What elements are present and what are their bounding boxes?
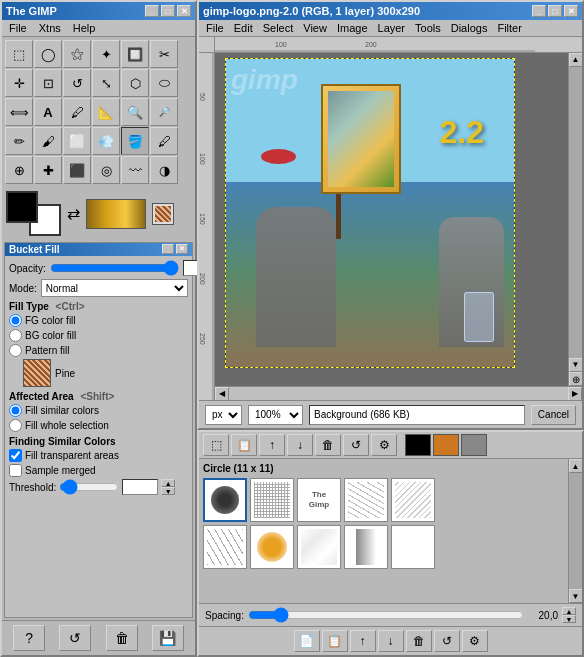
- tool-perspective-clone[interactable]: ⬛: [63, 156, 91, 184]
- hscroll-right[interactable]: ▶: [568, 387, 582, 401]
- brush-2[interactable]: [250, 478, 294, 522]
- threshold-up[interactable]: ▲: [161, 479, 175, 487]
- brush-7[interactable]: [250, 525, 294, 569]
- brush-tool-refresh[interactable]: ↺: [343, 434, 369, 456]
- tool-fuzzy-select[interactable]: ✦: [92, 40, 120, 68]
- brush-tool-4[interactable]: ↓: [287, 434, 313, 456]
- menu-xtns[interactable]: Xtns: [36, 21, 64, 35]
- tool-pencil[interactable]: ✏: [5, 127, 33, 155]
- maximize-button[interactable]: □: [161, 5, 175, 17]
- cancel-button[interactable]: Cancel: [531, 405, 576, 425]
- image-canvas[interactable]: gimp 2.2: [215, 53, 568, 386]
- help-button[interactable]: ?: [13, 625, 45, 651]
- scroll-down-button[interactable]: ▼: [569, 358, 583, 372]
- tool-by-color[interactable]: 🔲: [121, 40, 149, 68]
- brush-6[interactable]: [203, 525, 247, 569]
- fill-whole-radio[interactable]: [9, 419, 22, 432]
- tool-eraser[interactable]: ⬜: [63, 127, 91, 155]
- menu-help[interactable]: Help: [70, 21, 99, 35]
- brush-tool-3[interactable]: ↑: [259, 434, 285, 456]
- image-close[interactable]: ✕: [564, 5, 578, 17]
- tool-shear[interactable]: ⬡: [121, 69, 149, 97]
- close-button[interactable]: ✕: [177, 5, 191, 17]
- fg-color-radio[interactable]: [9, 314, 22, 327]
- tool-text[interactable]: A: [34, 98, 62, 126]
- tool-perspective[interactable]: ⬭: [150, 69, 178, 97]
- tool-fill[interactable]: 🪣: [121, 127, 149, 155]
- brush-new-btn[interactable]: 📄: [294, 630, 320, 652]
- panel-close[interactable]: ✕: [176, 244, 188, 254]
- spacing-down[interactable]: ▼: [562, 615, 576, 623]
- panel-minimize[interactable]: _: [162, 244, 174, 254]
- img-menu-select[interactable]: Select: [260, 21, 297, 35]
- threshold-down[interactable]: ▼: [161, 487, 175, 495]
- img-menu-dialogs[interactable]: Dialogs: [448, 21, 491, 35]
- image-maximize[interactable]: □: [548, 5, 562, 17]
- brushes-scroll-track[interactable]: [569, 473, 582, 589]
- brush-up-btn[interactable]: ↑: [350, 630, 376, 652]
- threshold-slider[interactable]: [59, 480, 119, 494]
- img-menu-file[interactable]: File: [203, 21, 227, 35]
- brush-refresh-btn[interactable]: ↺: [434, 630, 460, 652]
- save-button[interactable]: 💾: [152, 625, 184, 651]
- tool-ink[interactable]: 🖊: [150, 127, 178, 155]
- brushes-scroll-up[interactable]: ▲: [569, 459, 583, 473]
- brush-down-btn[interactable]: ↓: [378, 630, 404, 652]
- mode-select[interactable]: Normal: [41, 279, 188, 297]
- reset-button[interactable]: ↺: [59, 625, 91, 651]
- tool-paintbrush[interactable]: 🖌: [34, 127, 62, 155]
- img-menu-image[interactable]: Image: [334, 21, 371, 35]
- tool-scissors[interactable]: ✂: [150, 40, 178, 68]
- brush-tool-delete[interactable]: 🗑: [315, 434, 341, 456]
- tool-scale[interactable]: ⤡: [92, 69, 120, 97]
- spacing-slider[interactable]: [248, 608, 524, 622]
- brush-9[interactable]: [344, 525, 388, 569]
- tool-smudge[interactable]: 〰: [121, 156, 149, 184]
- menu-file[interactable]: File: [6, 21, 30, 35]
- brush-8[interactable]: [297, 525, 341, 569]
- tool-color-picker[interactable]: 🖊: [63, 98, 91, 126]
- spacing-up[interactable]: ▲: [562, 607, 576, 615]
- scroll-track[interactable]: [569, 67, 582, 358]
- img-menu-tools[interactable]: Tools: [412, 21, 444, 35]
- swap-colors-icon[interactable]: ⇄: [67, 204, 80, 223]
- brush-duplicate-btn[interactable]: 📋: [322, 630, 348, 652]
- brush-10[interactable]: [391, 525, 435, 569]
- brush-config-btn[interactable]: ⚙: [462, 630, 488, 652]
- bg-color-radio[interactable]: [9, 329, 22, 342]
- threshold-value[interactable]: 15,0: [122, 479, 158, 495]
- tool-free-select[interactable]: ⚝: [63, 40, 91, 68]
- img-menu-layer[interactable]: Layer: [375, 21, 409, 35]
- gradient-swatch[interactable]: [86, 199, 146, 229]
- brush-circle[interactable]: [203, 478, 247, 522]
- tool-measure[interactable]: 📐: [92, 98, 120, 126]
- brush-tool-1[interactable]: ⬚: [203, 434, 229, 456]
- tool-heal[interactable]: ✚: [34, 156, 62, 184]
- brush-tool-2[interactable]: 📋: [231, 434, 257, 456]
- tool-move[interactable]: ✛: [5, 69, 33, 97]
- brush-gimp-logo[interactable]: TheGimp: [297, 478, 341, 522]
- tool-dodge[interactable]: ◑: [150, 156, 178, 184]
- pattern-fill-radio[interactable]: [9, 344, 22, 357]
- tool-rotate[interactable]: ↺: [63, 69, 91, 97]
- foreground-color-swatch[interactable]: [6, 191, 38, 223]
- brush-4[interactable]: [344, 478, 388, 522]
- corner-resize[interactable]: ⊕: [569, 372, 583, 386]
- brushes-scroll-down[interactable]: ▼: [569, 589, 583, 603]
- tool-clone[interactable]: ⊕: [5, 156, 33, 184]
- brush-delete-btn[interactable]: 🗑: [406, 630, 432, 652]
- tool-zoom[interactable]: 🔍: [121, 98, 149, 126]
- fill-similar-radio[interactable]: [9, 404, 22, 417]
- hscroll-left[interactable]: ◀: [215, 387, 229, 401]
- tool-ellipse-select[interactable]: ◯: [34, 40, 62, 68]
- tool-rect-select[interactable]: ⬚: [5, 40, 33, 68]
- tool-airbrush[interactable]: 💨: [92, 127, 120, 155]
- unit-select[interactable]: px: [205, 405, 242, 425]
- tool-blur[interactable]: ◎: [92, 156, 120, 184]
- minimize-button[interactable]: _: [145, 5, 159, 17]
- delete-button[interactable]: 🗑: [106, 625, 138, 651]
- pattern-preview[interactable]: [23, 359, 51, 387]
- swatch-black[interactable]: [405, 434, 431, 456]
- transparent-checkbox[interactable]: [9, 449, 22, 462]
- tool-flip[interactable]: ⟺: [5, 98, 33, 126]
